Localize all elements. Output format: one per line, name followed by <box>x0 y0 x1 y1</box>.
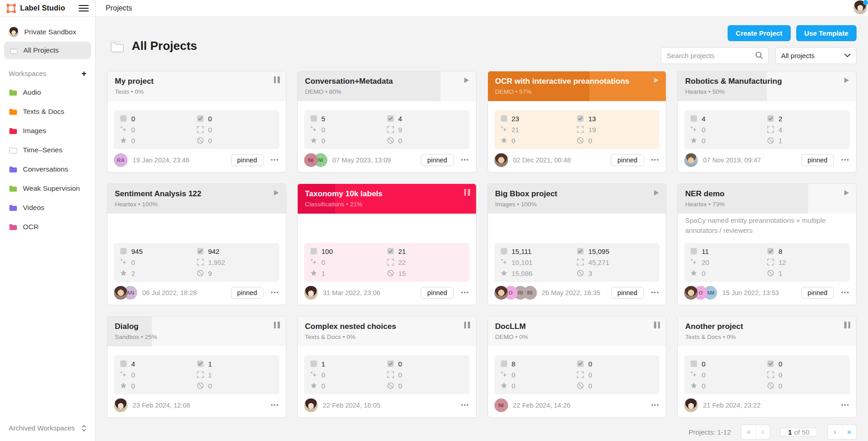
first-page-button[interactable]: « <box>741 425 755 439</box>
project-state[interactable] <box>274 322 280 330</box>
pause-icon[interactable] <box>654 322 660 328</box>
card-menu-icon[interactable]: ••• <box>841 402 850 409</box>
card-menu-icon[interactable]: ••• <box>271 157 279 163</box>
sidebar-workspace-item[interactable]: Images <box>4 122 91 140</box>
sidebar-workspace-item[interactable]: Audio <box>4 83 91 102</box>
pause-icon[interactable] <box>274 76 280 83</box>
project-card[interactable]: NER demo Heartex • 73% SpaCy named entit… <box>677 183 857 305</box>
card-menu-icon[interactable]: ••• <box>841 290 850 296</box>
stat-skipped: 0 <box>577 137 654 145</box>
project-card[interactable]: Another project Texts & Docs • 0% 0 <box>677 316 857 418</box>
sidebar-item-private-sandbox[interactable]: Private Sandbox <box>4 22 91 42</box>
project-card[interactable]: OCR with interactive preannotations DEMO… <box>488 71 667 172</box>
label-studio-logo-icon[interactable] <box>6 4 16 13</box>
project-state[interactable] <box>654 322 660 330</box>
add-workspace-button[interactable]: + <box>81 69 86 78</box>
project-state[interactable] <box>464 189 470 198</box>
project-card-footer: 07 Nov 2019, 09:47 pinned ••• <box>678 149 856 172</box>
sidebar-workspace-item[interactable]: Texts & Docs <box>4 102 91 121</box>
project-description <box>488 101 666 109</box>
search-icon[interactable] <box>755 51 764 60</box>
project-state[interactable] <box>652 189 660 199</box>
skipped-slash-icon <box>387 137 394 144</box>
create-project-button[interactable]: Create Project <box>728 25 791 41</box>
project-card[interactable]: Taxonomy 10k labels Classifications • 21… <box>297 183 477 305</box>
star-icon <box>500 269 508 277</box>
project-state[interactable] <box>464 322 470 330</box>
search-input[interactable] <box>661 47 769 64</box>
member-avatars <box>304 286 318 300</box>
project-state[interactable] <box>844 322 850 330</box>
predictions-sparkle-icon <box>500 126 508 133</box>
annotations-check-icon <box>387 115 394 122</box>
project-card[interactable]: Dialog Sandbox • 25% 4 <box>107 316 286 418</box>
star-icon <box>690 269 697 277</box>
play-icon[interactable] <box>652 76 660 84</box>
card-menu-icon[interactable]: ••• <box>461 290 470 296</box>
project-card[interactable]: DocLLM DEMO • 0% 8 <box>488 316 667 418</box>
pinned-badge[interactable]: pinned <box>421 154 454 166</box>
project-state[interactable] <box>272 189 280 199</box>
stat-total-tasks: 0 <box>120 115 197 123</box>
project-state[interactable] <box>842 76 850 86</box>
project-card[interactable]: My project Tests • 0% 0 <box>107 71 286 172</box>
pause-icon[interactable] <box>464 322 470 328</box>
project-card[interactable]: Robotics & Manufacturing Heartex • 50% 4 <box>677 71 857 172</box>
stat-skipped: 15 <box>387 269 464 277</box>
hamburger-menu-icon[interactable] <box>79 5 89 11</box>
pinned-badge[interactable]: pinned <box>231 287 264 299</box>
project-state[interactable] <box>462 76 470 86</box>
pinned-badge[interactable]: pinned <box>611 287 644 299</box>
sidebar-workspace-item[interactable]: Time–Series <box>4 141 91 159</box>
project-card[interactable]: Big Bbox project Images • 100% 15,111 <box>488 183 667 305</box>
last-page-button[interactable]: » <box>842 425 856 439</box>
sidebar-workspace-item[interactable]: Weak Supervision <box>4 179 91 198</box>
project-state[interactable] <box>274 76 280 85</box>
user-menu[interactable] <box>853 0 867 16</box>
project-state[interactable] <box>652 76 660 86</box>
project-card[interactable]: Sentiment Analysis 122 Heartex • 100% 94… <box>107 183 286 305</box>
tasks-square-icon <box>120 115 127 122</box>
project-stats: 23 13 21 19 <box>494 110 660 149</box>
project-card-header: Conversation+Metadata DEMO • 80% <box>298 71 476 101</box>
pause-icon[interactable] <box>844 322 850 328</box>
project-card-footer: 02 Dec 2021, 00:48 pinned ••• <box>488 149 666 172</box>
next-page-button[interactable]: › <box>828 425 842 439</box>
sidebar-workspace-item[interactable]: OCR <box>4 218 91 236</box>
card-menu-icon[interactable]: ••• <box>651 290 660 296</box>
card-menu-icon[interactable]: ••• <box>841 157 850 163</box>
play-icon[interactable] <box>842 189 850 197</box>
card-menu-icon[interactable]: ••• <box>461 157 470 163</box>
sidebar-workspace-item[interactable]: Conversations <box>4 160 91 178</box>
card-menu-icon[interactable]: ••• <box>651 157 660 163</box>
frame-corners-icon <box>767 126 774 133</box>
play-icon[interactable] <box>272 189 280 197</box>
card-menu-icon[interactable]: ••• <box>271 402 279 409</box>
project-filter-dropdown[interactable]: All projects <box>775 47 857 64</box>
card-menu-icon[interactable]: ••• <box>651 402 660 409</box>
predictions-sparkle-icon <box>500 371 508 378</box>
previous-page-button[interactable]: ‹ <box>755 425 770 439</box>
project-card[interactable]: Complex nested choices Texts & Docs • 0%… <box>297 316 477 418</box>
play-icon[interactable] <box>652 189 660 197</box>
chevron-down-icon <box>844 54 851 58</box>
pinned-badge[interactable]: pinned <box>421 287 454 299</box>
play-icon[interactable] <box>462 76 470 84</box>
pinned-badge[interactable]: pinned <box>801 154 834 166</box>
archived-workspaces-toggle[interactable]: Archived Workspaces <box>4 420 91 436</box>
project-card[interactable]: Conversation+Metadata DEMO • 80% 5 <box>297 71 477 172</box>
pinned-badge[interactable]: pinned <box>611 154 644 166</box>
pause-icon[interactable] <box>274 322 280 328</box>
pinned-badge[interactable]: pinned <box>231 154 264 166</box>
pause-icon[interactable] <box>464 189 470 196</box>
sidebar-item-all-projects[interactable]: All Projects <box>4 42 91 59</box>
play-icon[interactable] <box>842 76 850 84</box>
sidebar-workspace-item[interactable]: Videos <box>4 199 91 217</box>
stat-starred: 0 <box>500 137 577 145</box>
stat-starred: 15,086 <box>500 269 577 277</box>
pinned-badge[interactable]: pinned <box>801 287 834 299</box>
use-template-button[interactable]: Use Template <box>796 25 857 41</box>
project-state[interactable] <box>842 189 850 199</box>
card-menu-icon[interactable]: ••• <box>271 290 279 296</box>
card-menu-icon[interactable]: ••• <box>461 402 470 409</box>
